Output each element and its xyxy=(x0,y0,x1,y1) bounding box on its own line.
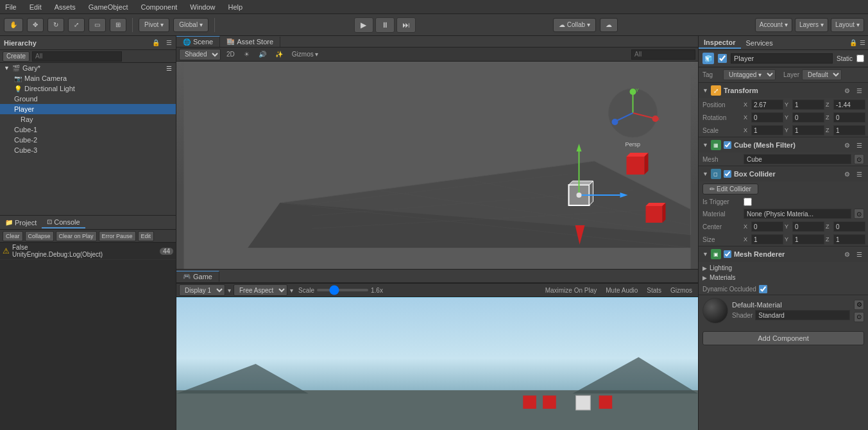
sy-input[interactable] xyxy=(792,234,824,245)
transform-options[interactable]: ☰ xyxy=(855,87,864,94)
mute-btn[interactable]: Mute Audio xyxy=(602,284,641,296)
menu-gameobject[interactable]: GameObject xyxy=(86,3,131,11)
menu-assets[interactable]: Assets xyxy=(52,3,78,11)
mesh-renderer-checkbox[interactable] xyxy=(724,250,731,258)
static-checkbox[interactable] xyxy=(856,55,864,62)
mesh-select-btn[interactable]: ⊙ xyxy=(854,154,864,164)
pos-y-input[interactable] xyxy=(792,99,824,110)
hand-tool[interactable]: ✋ xyxy=(4,18,23,32)
mesh-renderer-settings[interactable]: ⚙ xyxy=(842,251,852,258)
pivot-btn[interactable]: Pivot ▾ xyxy=(139,18,169,32)
gizmos-btn[interactable]: Gizmos ▾ xyxy=(289,49,322,60)
lighting-header[interactable]: ▶ Lighting xyxy=(702,263,864,273)
display-dropdown[interactable]: Display 1 xyxy=(179,284,225,296)
hierarchy-item-gary[interactable]: ▼ 🎬 Gary* ☰ xyxy=(0,63,176,73)
game-gizmos-btn[interactable]: Gizmos xyxy=(667,284,695,296)
layer-dropdown[interactable]: Default xyxy=(802,69,842,80)
audio-btn[interactable]: 🔊 xyxy=(255,49,269,60)
box-collider-checkbox[interactable] xyxy=(724,170,731,178)
tag-dropdown[interactable]: Untagged ▾ xyxy=(723,69,776,80)
material-target-btn[interactable]: ⊙ xyxy=(854,312,864,322)
play-button[interactable]: ▶ xyxy=(354,17,373,33)
2d-btn[interactable]: 2D xyxy=(223,49,238,60)
mesh-renderer-menu[interactable]: ☰ xyxy=(855,251,864,258)
menu-file[interactable]: File xyxy=(3,3,19,11)
menu-help[interactable]: Help xyxy=(225,3,245,11)
mesh-renderer-header[interactable]: ▼ ▣ Mesh Renderer ⚙ ☰ xyxy=(699,246,868,262)
dynamic-occluded-checkbox[interactable] xyxy=(759,285,767,293)
hierarchy-lock[interactable]: 🔒 xyxy=(152,39,160,46)
stats-btn[interactable]: Stats xyxy=(643,284,665,296)
material-input[interactable] xyxy=(744,209,851,219)
shader-input[interactable] xyxy=(755,310,850,320)
tab-services[interactable]: Services xyxy=(741,38,778,48)
light-btn[interactable]: ☀ xyxy=(241,49,253,60)
tab-asset-store[interactable]: 🏬 Asset Store xyxy=(220,37,280,47)
hierarchy-item-player[interactable]: Player xyxy=(0,104,176,114)
tab-scene[interactable]: 🌐 Scene xyxy=(176,36,220,47)
hierarchy-item-ray[interactable]: Ray xyxy=(0,114,176,125)
hierarchy-item-maincamera[interactable]: 📷 Main Camera xyxy=(0,73,176,83)
pos-z-input[interactable] xyxy=(833,99,865,110)
scale-x-input[interactable] xyxy=(751,125,783,135)
collapse-btn[interactable]: Collapse xyxy=(25,231,54,241)
material-select-btn[interactable]: ⊙ xyxy=(854,209,864,219)
create-btn[interactable]: Create xyxy=(3,51,30,62)
scale-tool[interactable]: ⤢ xyxy=(68,18,85,32)
clear-on-play-btn[interactable]: Clear on Play xyxy=(56,231,97,241)
transform-header[interactable]: ▼ ⤢ Transform ⚙ ☰ xyxy=(699,83,868,98)
mesh-value-input[interactable] xyxy=(744,154,851,164)
fx-btn[interactable]: ✨ xyxy=(272,49,286,60)
rect-tool[interactable]: ▭ xyxy=(89,18,106,32)
edit-collider-btn[interactable]: ✏ Edit Collider xyxy=(702,184,758,194)
step-button[interactable]: ⏭ xyxy=(396,17,416,33)
sx-input[interactable] xyxy=(751,234,783,245)
inspector-lock[interactable]: 🔒 xyxy=(849,39,857,46)
pause-button[interactable]: ⏸ xyxy=(375,17,395,33)
clear-btn[interactable]: Clear xyxy=(3,231,23,241)
multi-tool[interactable]: ⊞ xyxy=(110,18,126,32)
menu-edit[interactable]: Edit xyxy=(27,3,44,11)
hierarchy-item-ground[interactable]: Ground xyxy=(0,94,176,104)
account-btn[interactable]: Account ▾ xyxy=(755,18,792,32)
pos-x-input[interactable] xyxy=(751,99,783,110)
global-btn[interactable]: Global ▾ xyxy=(173,18,208,32)
tab-console[interactable]: ⊡ Console xyxy=(42,217,85,228)
layout-btn[interactable]: Layout ▾ xyxy=(831,18,864,32)
hierarchy-item-cube1[interactable]: Cube-1 xyxy=(0,125,176,135)
shading-dropdown[interactable]: Shaded xyxy=(179,49,221,60)
tab-project[interactable]: 📁 Project xyxy=(0,218,42,228)
menu-window[interactable]: Window xyxy=(187,3,217,11)
tab-game[interactable]: 🎮 Game xyxy=(176,271,219,282)
collab-btn[interactable]: ☁ Collab ▾ xyxy=(553,18,596,32)
box-collider-settings[interactable]: ⚙ xyxy=(842,171,852,178)
hierarchy-search[interactable] xyxy=(32,51,122,62)
object-active-checkbox[interactable] xyxy=(718,54,727,63)
hierarchy-item-cube2[interactable]: Cube-2 xyxy=(0,135,176,145)
rot-y-input[interactable] xyxy=(792,112,824,123)
inspector-menu[interactable]: ☰ xyxy=(860,39,865,46)
object-name-field[interactable] xyxy=(731,53,833,64)
layers-btn[interactable]: Layers ▾ xyxy=(795,18,828,32)
box-collider-header[interactable]: ▼ ◻ Box Collider ⚙ ☰ xyxy=(699,166,868,182)
cloud-btn[interactable]: ☁ xyxy=(600,18,618,32)
menu-component[interactable]: Component xyxy=(138,3,180,11)
edit-btn[interactable]: Edit xyxy=(138,231,155,241)
cx-input[interactable] xyxy=(751,221,783,232)
mesh-filter-menu[interactable]: ☰ xyxy=(855,142,864,149)
scale-y-input[interactable] xyxy=(792,125,824,135)
sz-input[interactable] xyxy=(833,234,865,245)
gary-options[interactable]: ☰ xyxy=(166,65,172,72)
tab-inspector[interactable]: Inspector xyxy=(699,37,741,49)
hierarchy-item-cube3[interactable]: Cube-3 xyxy=(0,145,176,155)
box-collider-menu[interactable]: ☰ xyxy=(855,171,864,178)
scene-search[interactable] xyxy=(631,49,695,60)
scene-3d-view[interactable]: Y X Persp xyxy=(176,62,698,269)
maximize-btn[interactable]: Maximize On Play xyxy=(542,284,600,296)
add-component-btn[interactable]: Add Component xyxy=(702,331,864,345)
scale-z-input[interactable] xyxy=(833,125,865,135)
is-trigger-checkbox[interactable] xyxy=(744,198,752,206)
mesh-filter-settings[interactable]: ⚙ xyxy=(842,142,852,149)
console-row-1[interactable]: ⚠ FalseUnityEngine.Debug:Log(Object) 44 xyxy=(0,243,176,260)
move-tool[interactable]: ✥ xyxy=(27,18,44,32)
